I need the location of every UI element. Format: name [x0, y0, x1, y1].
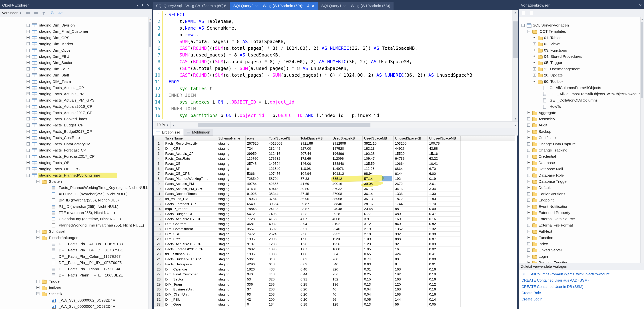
grid-cell[interactable]: 37.45: [299, 191, 331, 196]
tree-item[interactable]: DF__Facts_Pla__Plann__124C06A0: [0, 266, 148, 272]
grid-cell[interactable]: staging: [217, 277, 246, 282]
grid-cell[interactable]: 0.41: [428, 252, 460, 257]
grid-cell[interactable]: 9107: [246, 242, 268, 247]
grid-cell[interactable]: 35968: [331, 196, 362, 201]
tree-item[interactable]: +Trigger: [0, 279, 148, 285]
grid-cell[interactable]: 448: [268, 272, 299, 277]
row-number[interactable]: 11: [154, 191, 164, 196]
tree-item[interactable]: +staging.Facts_Actuals_PM: [0, 91, 148, 97]
grid-cell[interactable]: 138840: [331, 161, 362, 166]
grid-cell[interactable]: 0.04: [362, 287, 394, 292]
grid-cell[interactable]: 1.70: [428, 201, 460, 207]
grid-cell[interactable]: 118.98: [299, 166, 331, 171]
grid-cell[interactable]: 29.87: [299, 201, 331, 207]
grid-cell[interactable]: 0.16: [428, 267, 460, 272]
grid-cell[interactable]: Facts_SP: [164, 166, 217, 171]
expander-icon[interactable]: +: [26, 111, 30, 114]
tree-item[interactable]: +External File Format: [519, 222, 640, 229]
expander-icon[interactable]: +: [527, 117, 530, 120]
expander-icon[interactable]: +: [533, 36, 536, 39]
grid-cell[interactable]: 5964: [246, 257, 268, 262]
grid-cell[interactable]: 1080: [331, 247, 362, 252]
grid-cell[interactable]: Dim_Commitment: [164, 227, 217, 232]
grid-cell[interactable]: 6.77: [362, 211, 394, 217]
grid-cell[interactable]: staging: [217, 201, 246, 207]
tree-item[interactable]: +staging.Dim_Opps: [0, 47, 148, 54]
grid-cell[interactable]: 3912808: [331, 141, 362, 146]
expander-icon[interactable]: +: [527, 261, 530, 263]
tree-item[interactable]: −90. Toolbox: [519, 79, 640, 85]
grid-cell[interactable]: Dim_Opps: [164, 302, 217, 307]
grid-cell[interactable]: staging: [217, 257, 246, 262]
grid-cell[interactable]: 1.09: [362, 237, 394, 242]
tree-item[interactable]: +staging.Facts_CostRate: [0, 135, 148, 141]
grid-cell[interactable]: 760: [331, 257, 362, 262]
grid-cell[interactable]: 840: [394, 222, 428, 227]
grid-cell[interactable]: 64736: [394, 156, 428, 161]
tree-item[interactable]: +Schlüssel: [0, 229, 148, 235]
row-number[interactable]: 22: [154, 247, 164, 252]
grid-cell[interactable]: 176832: [268, 156, 299, 161]
row-number[interactable]: 29: [154, 282, 164, 287]
expander-icon[interactable]: +: [26, 74, 30, 77]
column-header[interactable]: UnusedSpaceMB: [428, 136, 460, 141]
grid-cell[interactable]: 0: [246, 166, 268, 171]
grid-cell[interactable]: 7472: [246, 232, 268, 237]
grid-cell[interactable]: Facts_OB_GPS: [164, 171, 217, 176]
expander-icon[interactable]: +: [26, 61, 30, 64]
grid-cell[interactable]: 1.83: [428, 196, 460, 201]
grid-cell[interactable]: 840: [268, 257, 299, 262]
connect-button[interactable]: Verbinden ▾: [2, 11, 21, 15]
grid-cell[interactable]: Facts_CostRate: [164, 156, 217, 161]
recent-template-link[interactable]: Create Login: [522, 297, 542, 301]
grid-cell[interactable]: 49784: [246, 181, 268, 186]
grid-cell[interactable]: Dim_SSP: [164, 232, 217, 237]
grid-cell[interactable]: 0.87: [428, 237, 460, 242]
grid-cell[interactable]: 2.19: [362, 227, 394, 232]
grid-cell[interactable]: 3821.10: [362, 141, 394, 146]
grid-cell[interactable]: 392: [394, 232, 428, 237]
grid-cell[interactable]: Facts_RecordActivity: [164, 141, 217, 146]
expander-icon[interactable]: −: [527, 30, 530, 33]
expander-icon[interactable]: +: [533, 42, 536, 45]
sql-editor[interactable]: 1−SELECT2 t.NAME AS TableName,3 s.Name A…: [153, 10, 518, 121]
expander-icon[interactable]: +: [527, 205, 530, 208]
grid-cell[interactable]: staging: [217, 186, 246, 191]
grid-cell[interactable]: 320: [331, 267, 362, 272]
tree-item[interactable]: +staging.DIM_Team: [0, 79, 148, 85]
grid-cell[interactable]: 1.06: [299, 252, 331, 257]
close-icon[interactable]: ×: [639, 3, 642, 7]
expander-icon[interactable]: +: [527, 161, 530, 164]
grid-cell[interactable]: 0.65: [362, 252, 394, 257]
grid-cell[interactable]: staging: [217, 141, 246, 146]
tree-item[interactable]: DF__Facts_Pla__P1_ID__0F6F99F5: [0, 260, 148, 266]
scroll-up-icon[interactable]: ▲: [512, 10, 518, 15]
row-number[interactable]: 4: [154, 156, 164, 161]
grid-cell[interactable]: 4.07: [299, 217, 331, 222]
expander-icon[interactable]: +: [26, 67, 30, 70]
tab-messages[interactable]: Meldungen: [184, 129, 213, 136]
disconnect-button[interactable]: [24, 10, 30, 15]
expander-icon[interactable]: +: [527, 230, 530, 233]
grid-cell[interactable]: 192.28: [362, 151, 394, 156]
tree-item[interactable]: +Database Role: [519, 172, 640, 179]
tree-item[interactable]: HowTo: [519, 104, 640, 110]
grid-cell[interactable]: 0.63: [362, 262, 394, 267]
grid-cell[interactable]: 40: [331, 292, 362, 297]
column-header[interactable]: TotalSpaceKB: [268, 136, 299, 141]
grid-cell[interactable]: 10664: [394, 161, 428, 166]
grid-cell[interactable]: 1.05: [362, 247, 394, 252]
code-text[interactable]: INNER JOIN: [168, 105, 196, 112]
tree-item[interactable]: CalendarDay (datetime, Nicht NULL): [0, 216, 148, 222]
row-number[interactable]: 24: [154, 257, 164, 262]
expander-icon[interactable]: +: [527, 130, 530, 133]
expander-icon[interactable]: +: [26, 86, 30, 89]
row-number[interactable]: 8: [154, 176, 164, 181]
grid-cell[interactable]: 1.96: [299, 237, 331, 242]
code-text[interactable]: SUM(a.used_pages) * 8 AS UsedSpaceKB,: [168, 52, 281, 58]
document-tab[interactable]: SQLQuery1.sql - W...g (W10\admin (58)): [318, 2, 394, 10]
tree-item[interactable]: +Assembly: [519, 116, 640, 122]
grid-cell[interactable]: 136: [331, 282, 362, 287]
grid-cell[interactable]: staging: [217, 161, 246, 166]
grid-cell[interactable]: 6.00: [428, 171, 460, 176]
